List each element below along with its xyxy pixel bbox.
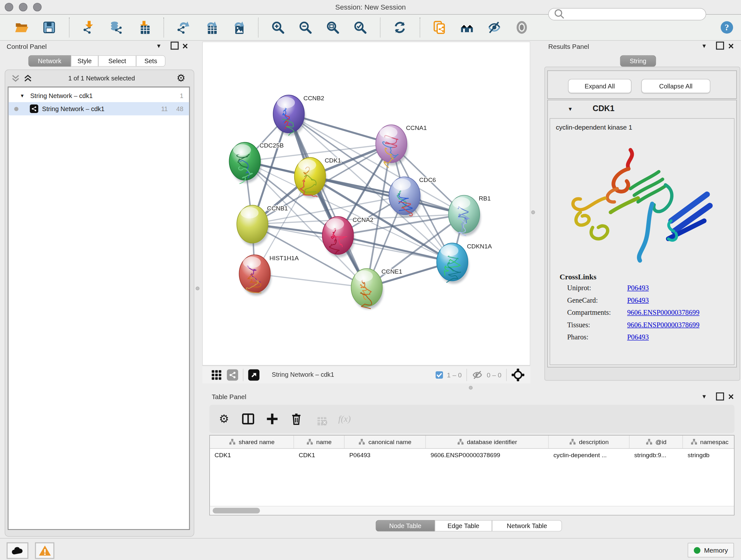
tab-style[interactable]: Style bbox=[71, 55, 98, 67]
crosslink-value-link[interactable]: 9606.ENSP00000378699 bbox=[627, 309, 699, 317]
results-panel-close-button[interactable]: ✕ bbox=[728, 42, 734, 51]
network-node-CDKN1A[interactable]: CDKN1A bbox=[436, 243, 492, 284]
table-cell[interactable]: CDK1 bbox=[210, 449, 294, 461]
expand-all-icon[interactable] bbox=[23, 73, 33, 84]
control-panel-close-button[interactable]: ✕ bbox=[182, 42, 188, 51]
delete-column-icon[interactable] bbox=[288, 412, 304, 426]
crosslink-value-link[interactable]: P06493 bbox=[627, 333, 649, 341]
network-node-RB1[interactable]: RB1 bbox=[448, 195, 490, 236]
network-options-gear-icon[interactable]: ⚙ bbox=[175, 72, 187, 84]
network-node-CCNA1[interactable]: CCNA1 bbox=[376, 125, 427, 168]
split-columns-icon[interactable] bbox=[240, 412, 256, 426]
right-splitter-handle[interactable] bbox=[531, 210, 535, 214]
gear-icon[interactable]: ⚙ bbox=[216, 412, 232, 426]
hide-selected-icon[interactable] bbox=[484, 18, 505, 37]
tab-network[interactable]: Network bbox=[28, 55, 71, 67]
crosslink-value-link[interactable]: 9606.ENSP00000378699 bbox=[627, 321, 699, 329]
divider bbox=[506, 368, 507, 381]
scrollbar-thumb[interactable] bbox=[212, 508, 260, 514]
column-header-shared-name[interactable]: shared name bbox=[210, 435, 294, 448]
column-header-@id[interactable]: @id bbox=[630, 435, 683, 448]
results-panel-menu-arrow[interactable]: ▼ bbox=[701, 43, 707, 49]
export-table-icon[interactable] bbox=[200, 18, 221, 37]
apply-layout-icon[interactable] bbox=[389, 18, 410, 37]
network-collection-row[interactable]: ▼ String Network – cdk1 1 bbox=[9, 87, 189, 102]
first-neighbors-icon[interactable] bbox=[457, 18, 477, 37]
horizontal-splitter-handle[interactable] bbox=[469, 386, 473, 389]
collapse-all-button[interactable]: Collapse All bbox=[642, 79, 711, 93]
tab-string[interactable]: String bbox=[620, 55, 656, 67]
control-panel-menu-arrow[interactable]: ▼ bbox=[156, 43, 162, 49]
gene-card-header[interactable]: ▼ CDK1 bbox=[548, 100, 736, 117]
zoom-out-icon[interactable] bbox=[295, 18, 316, 37]
export-network-icon[interactable] bbox=[173, 18, 194, 37]
tab-edge-table[interactable]: Edge Table bbox=[435, 520, 492, 532]
control-panel-float-button[interactable] bbox=[171, 42, 179, 50]
table-cell[interactable]: 9606.ENSP00000378699 bbox=[426, 449, 549, 461]
table-cell[interactable]: CDK1 bbox=[294, 449, 344, 461]
show-all-icon[interactable] bbox=[511, 18, 532, 37]
horizontal-scrollbar[interactable] bbox=[210, 506, 734, 515]
column-header-namespac[interactable]: namespac bbox=[683, 435, 734, 448]
string-tools-icon[interactable] bbox=[227, 369, 239, 381]
network-row-selected[interactable]: String Network – cdk1 11 48 bbox=[9, 102, 189, 115]
help-icon[interactable]: ? bbox=[718, 18, 736, 37]
table-cell[interactable]: P06493 bbox=[345, 449, 426, 461]
selected-count: 1 – 0 bbox=[447, 371, 462, 379]
open-session-icon[interactable] bbox=[11, 18, 32, 37]
selected-nodes-checkbox-icon[interactable] bbox=[435, 371, 443, 379]
crosslink-value-link[interactable]: P06493 bbox=[627, 284, 649, 292]
search-input[interactable] bbox=[567, 10, 701, 18]
zoom-selected-icon[interactable] bbox=[350, 18, 370, 37]
crosslinks-list: Uniprot:P06493GeneCard:P06493Compartment… bbox=[567, 284, 734, 341]
left-splitter-handle[interactable] bbox=[196, 287, 199, 290]
save-session-icon[interactable] bbox=[39, 18, 59, 37]
network-node-CCNE1[interactable]: CCNE1 bbox=[351, 268, 402, 309]
open-network-icon[interactable] bbox=[248, 369, 260, 381]
warnings-button[interactable] bbox=[35, 543, 55, 559]
search-icon bbox=[552, 7, 566, 21]
attribute-table: shared namenamecanonical namedatabase id… bbox=[209, 435, 734, 516]
clone-network-icon[interactable] bbox=[429, 18, 450, 37]
results-panel-float-button[interactable] bbox=[716, 42, 724, 50]
column-header-description[interactable]: description bbox=[549, 435, 629, 448]
tab-node-table[interactable]: Node Table bbox=[376, 520, 434, 532]
import-network-icon[interactable] bbox=[78, 18, 99, 37]
tab-select[interactable]: Select bbox=[98, 55, 136, 67]
table-cell[interactable]: stringdb:9... bbox=[630, 449, 683, 461]
column-header-name[interactable]: name bbox=[294, 435, 344, 448]
network-node-CCNA2[interactable]: CCNA2 bbox=[322, 216, 374, 257]
network-node-HIST1H1A[interactable]: HIST1H1A bbox=[239, 255, 299, 296]
import-table-icon[interactable] bbox=[133, 18, 154, 37]
fit-selected-crosshair-icon[interactable] bbox=[511, 368, 524, 381]
table-panel-menu-arrow[interactable]: ▼ bbox=[701, 393, 707, 400]
column-header-database-identifier[interactable]: database identifier bbox=[426, 435, 549, 448]
memory-button[interactable]: Memory bbox=[688, 543, 734, 557]
table-cell[interactable]: cyclin-dependent ... bbox=[549, 449, 629, 461]
cloud-status-button[interactable] bbox=[7, 543, 28, 559]
tab-network-table[interactable]: Network Table bbox=[492, 520, 562, 532]
tab-sets[interactable]: Sets bbox=[136, 55, 165, 67]
network-canvas[interactable]: CCNB2 CCNA1 CDC25B CDK1 CDC6 bbox=[202, 42, 530, 365]
add-column-icon[interactable] bbox=[264, 412, 280, 426]
zoom-in-icon[interactable] bbox=[267, 18, 288, 37]
table-cell[interactable]: stringdb bbox=[683, 449, 734, 461]
network-node-CDC6[interactable]: CDC6 bbox=[389, 177, 436, 217]
tree-expand-arrow-icon[interactable]: ▼ bbox=[9, 93, 24, 98]
hidden-eye-icon[interactable] bbox=[472, 369, 483, 381]
collapse-all-icon[interactable] bbox=[10, 73, 21, 84]
import-network-database-icon[interactable] bbox=[106, 18, 127, 37]
network-graph[interactable]: CCNB2 CCNA1 CDC25B CDK1 CDC6 bbox=[203, 42, 530, 365]
search-field[interactable] bbox=[548, 8, 706, 20]
export-image-icon[interactable] bbox=[228, 18, 249, 37]
table-panel-close-button[interactable]: ✕ bbox=[728, 392, 734, 401]
column-header-canonical-name[interactable]: canonical name bbox=[345, 435, 426, 448]
gene-collapse-arrow-icon[interactable]: ▼ bbox=[568, 106, 573, 112]
expand-all-button[interactable]: Expand All bbox=[568, 79, 631, 93]
network-node-CDC25B[interactable]: CDC25B bbox=[229, 142, 284, 184]
table-row[interactable]: CDK1CDK1P064939606.ENSP00000378699cyclin… bbox=[210, 449, 734, 461]
birdseye-icon[interactable] bbox=[211, 369, 222, 381]
crosslink-value-link[interactable]: P06493 bbox=[627, 297, 649, 305]
table-panel-float-button[interactable] bbox=[716, 392, 724, 400]
zoom-fit-icon[interactable] bbox=[322, 18, 343, 37]
